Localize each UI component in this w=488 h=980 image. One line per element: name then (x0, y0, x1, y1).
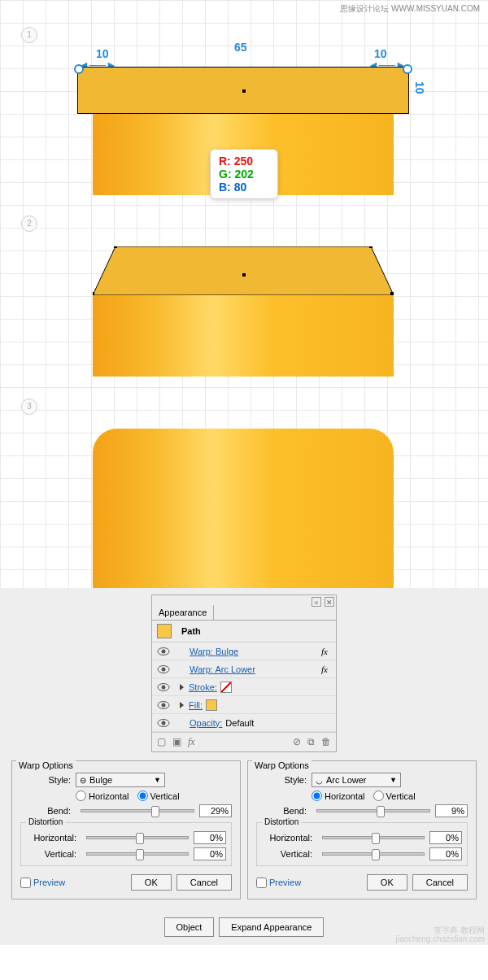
group-label: Distortion (262, 817, 301, 826)
distortion-group: Distortion Horizontal: 0% Vertical: 0% (256, 822, 468, 866)
h-value[interactable]: 0% (429, 831, 462, 844)
visibility-eye-icon[interactable] (157, 682, 170, 692)
visibility-eye-icon[interactable] (157, 718, 170, 728)
path-swatch[interactable] (157, 624, 172, 638)
fill-swatch[interactable] (206, 699, 217, 711)
v-slider[interactable] (86, 852, 189, 856)
panel-close-icon[interactable]: ✕ (325, 597, 334, 607)
trapezoid-shape[interactable] (93, 246, 394, 295)
bar-gradient-2 (93, 295, 394, 377)
dim-mid: 65 (234, 41, 247, 54)
dialog-title: Warp Options (252, 760, 312, 770)
fx-badge[interactable]: fx (321, 664, 328, 674)
dropdown-caret-icon: ▼ (154, 776, 161, 784)
fx-badge[interactable]: fx (321, 647, 328, 656)
appearance-tab[interactable]: Appearance (152, 605, 214, 620)
visibility-eye-icon[interactable] (157, 700, 170, 710)
stroke-row[interactable]: Stroke: (152, 678, 336, 696)
dim-side: 10 (413, 81, 426, 94)
radio-label: Vertical (386, 791, 416, 801)
wm2: 教程网 (460, 926, 485, 934)
svg-rect-4 (390, 292, 394, 295)
v-value[interactable]: 0% (429, 847, 462, 860)
radio-label: Horizontal (89, 791, 129, 801)
v-value[interactable]: 0% (194, 847, 226, 860)
dialog-title: Warp Options (16, 760, 76, 770)
warp-bulge-row[interactable]: Warp: Bulge fx (152, 642, 336, 660)
distortion-group: Distortion Horizontal: 0% Vertical: 0% (20, 822, 232, 866)
bend-slider[interactable] (81, 809, 194, 812)
warped-shape[interactable] (93, 429, 394, 588)
v-slider[interactable] (322, 852, 425, 856)
row-label: Warp: Arc Lower (190, 664, 255, 674)
style-label: Style: (20, 775, 71, 785)
layer-icon[interactable]: ▣ (172, 736, 181, 748)
cancel-button[interactable]: Cancel (176, 874, 232, 891)
ok-button[interactable]: OK (367, 874, 407, 891)
horizontal-radio[interactable]: Horizontal (312, 791, 365, 801)
svg-rect-3 (93, 292, 94, 295)
style-select[interactable]: ◡ Arc Lower ▼ (312, 773, 401, 787)
wm3: jiaocheng.chazidian.com (395, 934, 485, 943)
svg-marker-0 (93, 246, 394, 295)
appearance-body: Path Warp: Bulge fx Warp: Arc Lower fx S… (152, 620, 336, 751)
bend-label: Bend: (256, 806, 307, 816)
appearance-panel: « ✕ Appearance Path Warp: Bulge fx Warp:… (151, 595, 337, 752)
row-label: Opacity: (190, 718, 222, 728)
vertical-radio[interactable]: Vertical (373, 791, 416, 801)
preview-checkbox[interactable]: Preview (256, 878, 301, 888)
h-value[interactable]: 0% (194, 831, 226, 844)
rgb-g: G: 202 (219, 168, 269, 181)
lower-panel-area: « ✕ Appearance Path Warp: Bulge fx Warp:… (0, 588, 488, 945)
illustration-area: 思缘设计论坛 WWW.MISSYUAN.COM 1 2 3 10 65 10 1… (0, 0, 488, 588)
h-slider[interactable] (322, 836, 425, 839)
fx-button[interactable]: fx (188, 736, 195, 748)
expand-triangle-icon[interactable] (180, 702, 184, 708)
warp-options-arclower: Warp Options Style: ◡ Arc Lower ▼ Horizo… (247, 760, 477, 899)
ok-button[interactable]: OK (131, 874, 172, 891)
bend-value[interactable]: 9% (435, 804, 468, 817)
dropdown-caret-icon: ▼ (390, 776, 397, 784)
none-swatch[interactable] (220, 682, 232, 693)
radio-label: Horizontal (325, 791, 365, 801)
opacity-row[interactable]: Opacity: Default (152, 714, 336, 732)
row-label: Warp: Bulge (190, 647, 238, 656)
arclower-icon: ◡ (316, 776, 323, 785)
warp-dialogs: Warp Options Style: ⊖ Bulge ▼ Horizontal… (0, 760, 488, 909)
panel-menu-icon[interactable]: « (312, 597, 321, 607)
step-3-badge: 3 (21, 399, 37, 415)
bend-value[interactable]: 29% (199, 804, 232, 817)
h-slider[interactable] (86, 836, 189, 839)
center-anchor-icon (242, 273, 246, 277)
rgb-r: R: 250 (219, 155, 269, 168)
style-select[interactable]: ⊖ Bulge ▼ (76, 773, 165, 787)
preview-checkbox[interactable]: Preview (20, 878, 65, 888)
watermark-bottom: 查字典 教程网 jiaocheng.chazidian.com (395, 926, 485, 943)
style-value: Arc Lower (326, 775, 367, 785)
step-2-badge: 2 (21, 216, 37, 232)
fill-row[interactable]: Fill: (152, 696, 336, 714)
warp-arclower-row[interactable]: Warp: Arc Lower fx (152, 660, 336, 678)
horizontal-radio[interactable]: Horizontal (76, 791, 129, 801)
bend-slider[interactable] (316, 809, 430, 812)
watermark-cn: 思缘设计论坛 (340, 4, 389, 13)
v-label: Vertical: (26, 849, 76, 859)
expand-triangle-icon[interactable] (180, 684, 184, 690)
clear-icon[interactable]: ⊘ (293, 736, 301, 748)
vertical-radio[interactable]: Vertical (137, 791, 180, 801)
row-label: Stroke: (189, 682, 217, 692)
v-label: Vertical: (262, 849, 312, 859)
cancel-button[interactable]: Cancel (412, 874, 468, 891)
preview-label: Preview (33, 878, 65, 887)
object-button[interactable]: Object (164, 917, 215, 937)
h-label: Horizontal: (262, 833, 312, 843)
visibility-eye-icon[interactable] (157, 664, 170, 674)
visibility-eye-icon[interactable] (157, 647, 170, 656)
trash-icon[interactable]: 🗑 (321, 736, 331, 748)
radio-label: Vertical (150, 791, 180, 801)
panel-controls: « ✕ (312, 597, 334, 607)
svg-point-8 (162, 667, 166, 671)
new-art-icon[interactable]: ▢ (157, 736, 166, 748)
duplicate-icon[interactable]: ⧉ (307, 736, 315, 748)
expand-appearance-button[interactable]: Expand Appearance (219, 917, 324, 937)
